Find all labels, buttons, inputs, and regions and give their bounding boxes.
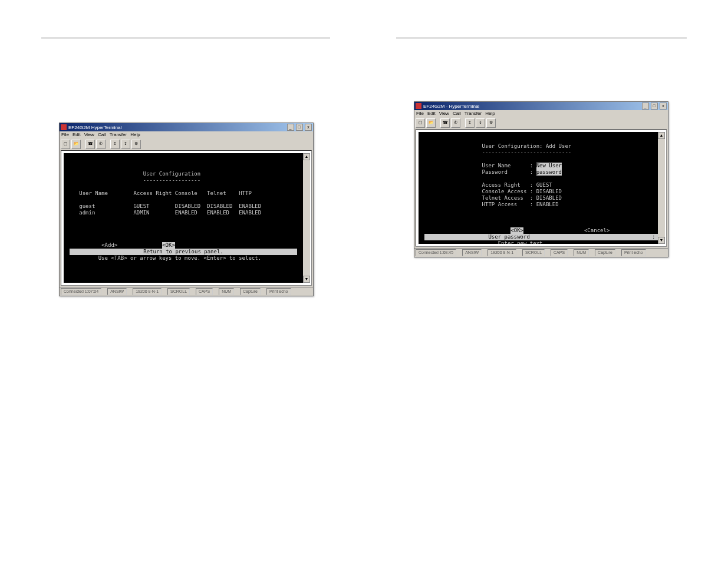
scroll-down-icon[interactable]: ▼ (303, 276, 310, 283)
terminal[interactable]: User Configuration ------------------ Us… (64, 153, 303, 283)
status-printecho: Print echo (266, 288, 291, 295)
status-line: 19200 8-N-1 (487, 249, 516, 256)
hr-left (41, 38, 330, 38)
window-controls: _ □ x (286, 124, 312, 131)
terminal-content: User Configuration: Add User -----------… (419, 132, 658, 244)
menu-edit[interactable]: Edit (73, 132, 81, 139)
status-caps: CAPS (196, 288, 213, 295)
app-icon (416, 103, 421, 109)
toolbar: ▢ 📂 ☎ ✆ ↥ ↧ ⚙ (414, 118, 668, 128)
tb-props-icon[interactable]: ⚙ (131, 140, 141, 149)
maximize-button[interactable]: □ (296, 124, 303, 131)
status-connected: Connected 1:08:45 (416, 249, 456, 256)
scrollbar[interactable]: ▲ ▼ (303, 153, 310, 283)
status-capture: Capture (595, 249, 615, 256)
menu-edit[interactable]: Edit (427, 111, 436, 118)
scrollbar[interactable]: ▲ ▼ (658, 132, 665, 244)
window-title: EF24G2M HyperTerminal (68, 125, 121, 130)
terminal[interactable]: User Configuration: Add User -----------… (419, 132, 658, 244)
hr-right (396, 38, 687, 38)
toolbar: ▢ 📂 ☎ ✆ ↥ ↧ ⚙ (60, 140, 313, 149)
window-title: EF24G2M - HyperTerminal (423, 104, 479, 109)
menu-file[interactable]: File (416, 111, 424, 118)
minimize-button[interactable]: _ (642, 103, 649, 110)
status-num: NUM (574, 249, 589, 256)
tb-send-icon[interactable]: ↥ (110, 140, 120, 149)
tb-connect-icon[interactable]: ☎ (440, 118, 450, 128)
status-term: ANSIW (462, 249, 482, 256)
tb-new-icon[interactable]: ▢ (61, 140, 70, 149)
menu-help[interactable]: Help (130, 132, 140, 139)
help-line-1: Return to previous panel. (70, 249, 297, 255)
statusbar: Connected 1:07:04 ANSIW 19200 8-N-1 SCRO… (60, 287, 313, 296)
scroll-up-icon[interactable]: ▲ (303, 153, 310, 160)
close-button[interactable]: x (660, 103, 667, 110)
status-scroll: SCROLL (522, 249, 545, 256)
tb-new-icon[interactable]: ▢ (416, 118, 425, 128)
menubar: File Edit View Call Transfer Help (60, 131, 313, 140)
scroll-down-icon[interactable]: ▼ (658, 237, 665, 244)
minimize-button[interactable]: _ (287, 124, 294, 131)
app-icon (61, 124, 67, 130)
menu-help[interactable]: Help (485, 111, 495, 118)
statusbar: Connected 1:08:45 ANSIW 19200 8-N-1 SCRO… (414, 248, 668, 257)
tb-open-icon[interactable]: 📂 (71, 140, 81, 149)
close-button[interactable]: x (305, 124, 312, 131)
menu-call[interactable]: Call (453, 111, 461, 118)
hyperterminal-window-left: EF24G2M HyperTerminal _ □ x File Edit Vi… (59, 123, 314, 296)
menu-transfer[interactable]: Transfer (110, 132, 127, 139)
titlebar[interactable]: EF24G2M HyperTerminal _ □ x (60, 123, 313, 131)
status-caps: CAPS (551, 249, 568, 256)
tb-open-icon[interactable]: 📂 (426, 118, 436, 128)
tb-connect-icon[interactable]: ☎ (85, 140, 95, 149)
tb-disconnect-icon[interactable]: ✆ (451, 118, 460, 128)
terminal-content: User Configuration ------------------ Us… (64, 153, 303, 266)
menu-call[interactable]: Call (98, 132, 106, 139)
tb-disconnect-icon[interactable]: ✆ (96, 140, 106, 149)
status-connected: Connected 1:07:04 (61, 288, 101, 295)
menubar: File Edit View Call Transfer Help (414, 110, 668, 118)
status-num: NUM (219, 288, 234, 295)
status-scroll: SCROLL (167, 288, 190, 295)
terminal-area: User Configuration: Add User -----------… (416, 129, 667, 247)
tb-receive-icon[interactable]: ↧ (476, 118, 485, 128)
hyperterminal-window-right: EF24G2M - HyperTerminal _ □ x File Edit … (414, 101, 668, 257)
status-term: ANSIW (107, 288, 127, 295)
menu-view[interactable]: View (84, 132, 94, 139)
status-capture: Capture (240, 288, 261, 295)
window-controls: _ □ x (641, 103, 667, 110)
tb-props-icon[interactable]: ⚙ (486, 118, 496, 128)
menu-view[interactable]: View (439, 111, 449, 118)
status-line: 19200 8-N-1 (133, 288, 162, 295)
terminal-area: User Configuration ------------------ Us… (61, 150, 312, 286)
tb-send-icon[interactable]: ↥ (465, 118, 475, 128)
status-printecho: Print echo (621, 249, 646, 256)
titlebar[interactable]: EF24G2M - HyperTerminal _ □ x (414, 102, 668, 110)
help-line-1: User password (424, 234, 652, 240)
scroll-up-icon[interactable]: ▲ (658, 132, 665, 139)
maximize-button[interactable]: □ (651, 103, 658, 110)
tb-receive-icon[interactable]: ↧ (121, 140, 130, 149)
menu-transfer[interactable]: Transfer (465, 111, 482, 118)
menu-file[interactable]: File (61, 132, 69, 139)
